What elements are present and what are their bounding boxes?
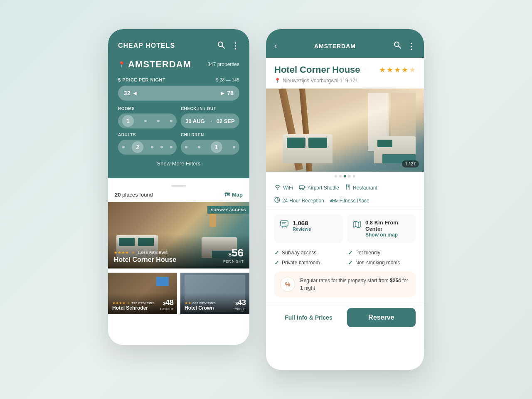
feature-nosmoking: ✓ Non-smoking rooms (348, 259, 416, 266)
photo-dots (266, 172, 424, 181)
reviews-count: 1,068 (293, 219, 311, 227)
hotel-detail-header: Hotel Corner House ★ ★ ★ ★ ★ 📍 Nieuwezij… (266, 58, 424, 89)
dot-c1 (185, 146, 187, 148)
info-cards-row: 1,068 Reviews 0.8 Km From Center Show on… (266, 209, 424, 248)
svg-point-7 (303, 188, 304, 190)
checkout-date: 02 SEP (217, 118, 235, 124)
featured-hotel-card[interactable]: SUBWAY ACCESS ★★★★ ★ 1,068 REVIEWS Hotel… (108, 202, 249, 268)
map-button[interactable]: 🗺 Map (224, 192, 243, 198)
reserve-button[interactable]: Reserve (347, 308, 416, 327)
checkin-label: CHECK-IN / OUT (181, 106, 239, 111)
results-row: 20 places found 🗺 Map (108, 192, 249, 202)
pillow-bed2 (377, 140, 392, 147)
hotel-detail-stars: ★ ★ ★ ★ ★ (379, 65, 416, 74)
small-hotel-card-2[interactable]: ★★ 802 REVIEWS Hotel Crown $43 P/NIGHT (180, 273, 249, 314)
right-phone-header: ‹ AMSTERDAM ⋮ (266, 29, 424, 58)
checkin-selector[interactable]: 30 AUG → 02 SEP (181, 113, 239, 128)
properties-count: 347 properties (207, 62, 239, 67)
hotel-crown-price: $43 P/NIGHT (233, 298, 246, 311)
featured-hotel-name: Hotel Corner House (114, 256, 176, 264)
featured-hotel-info: ★★★★ ★ 1,068 REVIEWS Hotel Corner House (114, 250, 176, 264)
location-display: 📍 AMSTERDAM (118, 59, 191, 70)
amenity-24h: 24-Hour Reception (274, 197, 324, 204)
svg-line-1 (222, 46, 225, 49)
schroder-half-star: ★ (127, 301, 130, 305)
pillow-teal-2 (308, 138, 327, 148)
svg-rect-5 (304, 186, 305, 188)
reception-icon (274, 197, 280, 204)
price-per-night: PER NIGHT (223, 259, 244, 264)
adults-selector[interactable]: 2 (118, 140, 177, 155)
more-icon[interactable]: ⋮ (231, 41, 239, 51)
shuttle-icon (299, 185, 305, 191)
dot-p5[interactable] (353, 175, 355, 177)
checkin-date: 30 AUG (185, 118, 204, 124)
dot-p2[interactable] (339, 175, 342, 177)
promo-banner: % Regular rates for this property start … (274, 272, 416, 297)
room-bed-1 (283, 134, 332, 163)
airport-shuttle-label: Airport Shuttle (308, 185, 339, 191)
svg-rect-16 (281, 221, 288, 226)
left-phone-results: 20 places found 🗺 Map (108, 178, 249, 345)
star-4: ★ (401, 65, 408, 74)
restaurant-icon (345, 184, 351, 191)
small-hotel-card-1[interactable]: ★★★★ ★ 732 REVIEWS Hotel Schroder $48 P/… (108, 273, 177, 314)
hotel-crown-stars: ★★ (185, 301, 191, 305)
amenities-row: WiFi Airport Shuttle Restaurant (266, 181, 424, 209)
dot-p4[interactable] (348, 175, 351, 177)
show-on-map-link[interactable]: Show on map (365, 232, 410, 238)
price-slider[interactable]: 32 ◄ ► 78 (118, 86, 239, 101)
svg-point-6 (300, 188, 301, 190)
price-label-row: $ PRICE PER NIGHT $ 28 — 145 (118, 77, 239, 82)
right-search-icon[interactable] (393, 41, 401, 51)
featured-half-star: ★ (131, 250, 135, 255)
feature-subway: ✓ Subway access (274, 249, 342, 256)
svg-rect-12 (336, 200, 337, 201)
price-sym: $ (229, 251, 232, 258)
hotel-photo-container: 7 / 27 (266, 89, 424, 172)
back-button[interactable]: ‹ (274, 42, 277, 50)
bottom-actions: Full Info & Prices Reserve (266, 303, 424, 335)
show-more-filters-button[interactable]: Show More Filters (118, 159, 239, 168)
phone-right: ‹ AMSTERDAM ⋮ Hotel Corner House ★ ★ ★ ★ (266, 29, 424, 370)
reviews-info-card[interactable]: 1,068 Reviews (274, 214, 343, 243)
map-card-icon (353, 220, 361, 231)
children-filter: CHILDREN 1 (181, 133, 239, 155)
full-info-button[interactable]: Full Info & Prices (274, 308, 343, 327)
map-label: Map (232, 192, 243, 198)
dot-p3-active[interactable] (344, 175, 346, 177)
children-selector[interactable]: 1 (181, 140, 239, 155)
feature-pet-label: Pet friendly (355, 250, 380, 256)
search-icon[interactable] (217, 41, 225, 51)
star-5-empty: ★ (409, 65, 416, 74)
dot-p1[interactable] (335, 175, 337, 177)
right-phone-content: Hotel Corner House ★ ★ ★ ★ ★ 📍 Nieuwezij… (266, 58, 424, 370)
feature-nosmoking-label: Non-smoking rooms (355, 260, 400, 266)
wifi-icon (274, 184, 281, 191)
check-pet-icon: ✓ (348, 249, 353, 256)
map-distance: 0.8 Km From Center (365, 219, 410, 232)
adults-filter: ADULTS 2 (118, 133, 177, 155)
featured-hotel-price: $56 PER NIGHT (223, 246, 244, 264)
location-pin-icon: 📍 (118, 61, 126, 68)
price-min: 32 ◄ (124, 90, 138, 96)
rooms-selector[interactable]: 1 (118, 113, 177, 128)
price-filter-section: $ PRICE PER NIGHT $ 28 — 145 32 ◄ ► 78 (118, 77, 239, 101)
svg-rect-13 (332, 200, 333, 202)
promo-text: Regular rates for this property start fr… (300, 277, 410, 292)
wifi-label: WiFi (283, 185, 293, 191)
restaurant-label: Restaurant (353, 185, 377, 191)
right-more-icon[interactable]: ⋮ (407, 41, 416, 51)
map-info-card[interactable]: 0.8 Km From Center Show on map (347, 214, 416, 243)
phone-left-header-section: CHEAP HOTELS ⋮ 📍 AMSTERDAM 347 propertie… (108, 29, 249, 178)
dot-c2 (198, 146, 200, 148)
reception-label: 24-Hour Reception (282, 198, 324, 204)
app-title: CHEAP HOTELS (118, 42, 175, 49)
right-header-city: AMSTERDAM (314, 43, 356, 49)
children-label: CHILDREN (181, 133, 239, 137)
filters-grid: ROOMS 1 CHECK-IN / OUT 30 AUG → 02 SEP (118, 106, 239, 155)
phone-left: CHEAP HOTELS ⋮ 📍 AMSTERDAM 347 propertie… (108, 29, 249, 345)
svg-rect-14 (335, 200, 336, 202)
rooms-filter: ROOMS 1 (118, 106, 177, 128)
amenity-wifi: WiFi (274, 184, 293, 191)
